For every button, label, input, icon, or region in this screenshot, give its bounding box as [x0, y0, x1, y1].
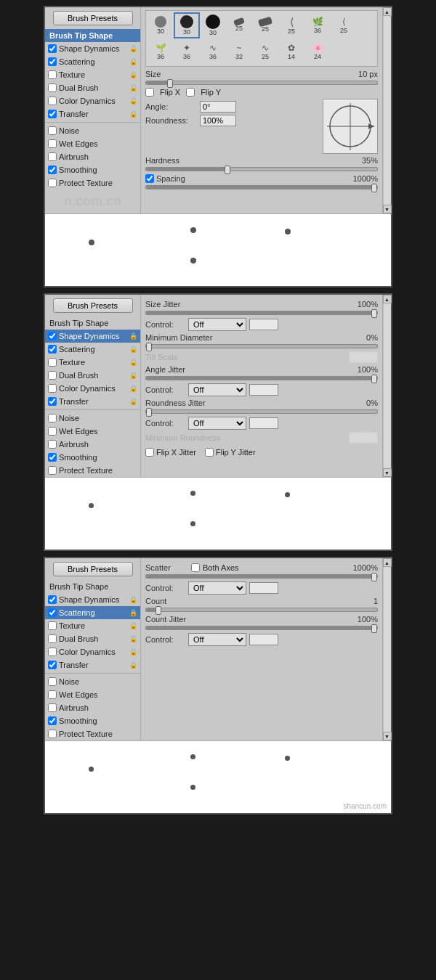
sidebar-item-wet-edges-2[interactable]: Wet Edges: [45, 425, 140, 438]
cb-shape-dynamics-1[interactable]: [48, 44, 57, 53]
sidebar-item-shape-dynamics-1[interactable]: Shape Dynamics 🔒: [45, 42, 140, 55]
flip-x-checkbox[interactable]: [145, 88, 154, 97]
brush-cell-10[interactable]: ✦36: [174, 38, 200, 65]
sidebar-item-wet-edges-3[interactable]: Wet Edges: [45, 688, 140, 701]
scroll-up-btn-1[interactable]: ▲: [383, 7, 392, 16]
cb-scattering-1[interactable]: [48, 57, 57, 66]
min-diameter-slider[interactable]: [145, 344, 378, 348]
sidebar-item-transfer-2[interactable]: Transfer 🔒: [45, 395, 140, 408]
scroll-up-btn-3[interactable]: ▲: [383, 558, 392, 567]
control-select-3[interactable]: Off: [188, 417, 246, 430]
brush-cell-1[interactable]: 30: [148, 12, 174, 38]
brush-cell-15[interactable]: 🌸24: [304, 38, 331, 65]
hardness-slider[interactable]: [145, 167, 378, 171]
cb-scattering-2[interactable]: [48, 345, 57, 354]
cb-noise-1[interactable]: [48, 126, 57, 135]
size-slider[interactable]: [145, 81, 378, 85]
scrollbar-2[interactable]: ▲ ▼: [382, 295, 391, 477]
both-axes-checkbox[interactable]: [191, 563, 200, 572]
roundness-input[interactable]: [200, 115, 236, 126]
brush-presets-button-1[interactable]: Brush Presets: [53, 11, 133, 25]
sidebar-item-scattering-3[interactable]: Scattering 🔒: [45, 606, 140, 619]
brush-cell-12[interactable]: ~32: [226, 38, 252, 65]
sidebar-item-brush-tip-3[interactable]: Brush Tip Shape: [45, 580, 140, 593]
brush-cell-6[interactable]: ⟨25: [278, 12, 304, 38]
cb-color-dynamics-1[interactable]: [48, 97, 57, 105]
sidebar-item-smoothing-2[interactable]: Smoothing: [45, 451, 140, 464]
brush-cell-13[interactable]: ∿25: [252, 38, 278, 65]
size-jitter-slider[interactable]: [145, 311, 378, 315]
angle-input[interactable]: [200, 101, 236, 113]
sidebar-item-texture-2[interactable]: Texture 🔒: [45, 356, 140, 369]
sidebar-item-scattering-1[interactable]: Scattering 🔒: [45, 55, 140, 68]
brush-cell-11[interactable]: ∿36: [200, 38, 226, 65]
angle-jitter-slider[interactable]: [145, 376, 378, 380]
control-input-3[interactable]: [249, 417, 278, 429]
sidebar-item-color-dynamics-3[interactable]: Color Dynamics 🔒: [45, 645, 140, 658]
brush-cell-7[interactable]: 🌿36: [304, 12, 331, 38]
roundness-jitter-slider[interactable]: [145, 409, 378, 414]
brush-cell-3[interactable]: 30: [200, 12, 226, 38]
cb-scattering-3[interactable]: [48, 608, 57, 617]
sidebar-item-color-dynamics-2[interactable]: Color Dynamics 🔒: [45, 382, 140, 395]
cb-protect-texture-1[interactable]: [48, 179, 57, 187]
cb-airbrush-1[interactable]: [48, 152, 57, 161]
sidebar-item-transfer-1[interactable]: Transfer 🔒: [45, 107, 140, 121]
cb-dual-brush-1[interactable]: [48, 83, 57, 92]
cb-shape-dynamics-2[interactable]: [48, 332, 57, 340]
sidebar-item-texture-1[interactable]: Texture 🔒: [45, 68, 140, 81]
brush-cell-8[interactable]: ⟨25: [331, 12, 357, 38]
cb-texture-1[interactable]: [48, 70, 57, 79]
sidebar-item-shape-dynamics-3[interactable]: Shape Dynamics 🔒: [45, 593, 140, 606]
control-select-2[interactable]: Off: [188, 383, 246, 396]
brush-presets-button-3[interactable]: Brush Presets: [53, 562, 133, 576]
brush-presets-button-2[interactable]: Brush Presets: [53, 298, 133, 313]
count-control-select[interactable]: Off: [188, 633, 246, 646]
scatter-control-select[interactable]: Off: [188, 581, 246, 595]
brush-cell-5[interactable]: 25: [252, 12, 278, 38]
sidebar-item-noise-1[interactable]: Noise: [45, 124, 140, 137]
cb-smoothing-1[interactable]: [48, 166, 57, 174]
cb-wet-edges-1[interactable]: [48, 139, 57, 148]
sidebar-item-scattering-2[interactable]: Scattering 🔒: [45, 343, 140, 356]
sidebar-item-color-dynamics-1[interactable]: Color Dynamics 🔒: [45, 94, 140, 107]
brush-cell-9[interactable]: 🌱36: [148, 38, 174, 65]
cb-transfer-1[interactable]: [48, 110, 57, 118]
sidebar-item-dual-brush-2[interactable]: Dual Brush 🔒: [45, 369, 140, 382]
scrollbar-3[interactable]: ▲ ▼: [382, 558, 391, 740]
scroll-down-btn-3[interactable]: ▼: [383, 732, 392, 740]
scatter-slider[interactable]: [145, 574, 378, 579]
sidebar-item-airbrush-3[interactable]: Airbrush: [45, 701, 140, 714]
sidebar-item-noise-3[interactable]: Noise: [45, 675, 140, 688]
sidebar-item-wet-edges-1[interactable]: Wet Edges: [45, 137, 140, 150]
scroll-up-btn-2[interactable]: ▲: [383, 295, 392, 303]
flip-y-checkbox[interactable]: [186, 88, 195, 97]
sidebar-item-noise-2[interactable]: Noise: [45, 412, 140, 425]
sidebar-item-dual-brush-1[interactable]: Dual Brush 🔒: [45, 81, 140, 94]
sidebar-item-smoothing-1[interactable]: Smoothing: [45, 163, 140, 176]
sidebar-item-brush-tip-shape-1[interactable]: Brush Tip Shape: [45, 29, 140, 42]
flip-y-jitter-checkbox[interactable]: [205, 448, 214, 457]
sidebar-item-texture-3[interactable]: Texture 🔒: [45, 619, 140, 632]
sidebar-item-airbrush-2[interactable]: Airbrush: [45, 438, 140, 451]
scatter-control-input[interactable]: [249, 582, 278, 594]
count-control-input[interactable]: [249, 634, 278, 645]
control-select-1[interactable]: Off: [188, 318, 246, 331]
count-jitter-slider[interactable]: [145, 626, 378, 630]
sidebar-item-dual-brush-3[interactable]: Dual Brush 🔒: [45, 632, 140, 645]
brush-cell-14[interactable]: ✿14: [278, 38, 304, 65]
brush-cell-4[interactable]: 25: [226, 12, 252, 38]
count-slider[interactable]: [145, 608, 378, 612]
sidebar-item-transfer-3[interactable]: Transfer 🔒: [45, 658, 140, 671]
scroll-down-btn-2[interactable]: ▼: [383, 468, 392, 477]
control-input-1[interactable]: [249, 319, 278, 330]
flip-x-jitter-checkbox[interactable]: [145, 448, 154, 457]
spacing-slider[interactable]: [145, 185, 378, 189]
sidebar-item-brush-tip-2[interactable]: Brush Tip Shape: [45, 317, 140, 330]
sidebar-item-protect-texture-1[interactable]: Protect Texture: [45, 176, 140, 189]
sidebar-item-smoothing-3[interactable]: Smoothing: [45, 714, 140, 727]
sidebar-item-airbrush-1[interactable]: Airbrush: [45, 150, 140, 163]
control-input-2[interactable]: [249, 384, 278, 396]
brush-cell-2[interactable]: 30: [174, 12, 200, 38]
scrollbar-1[interactable]: ▲ ▼: [382, 7, 391, 213]
